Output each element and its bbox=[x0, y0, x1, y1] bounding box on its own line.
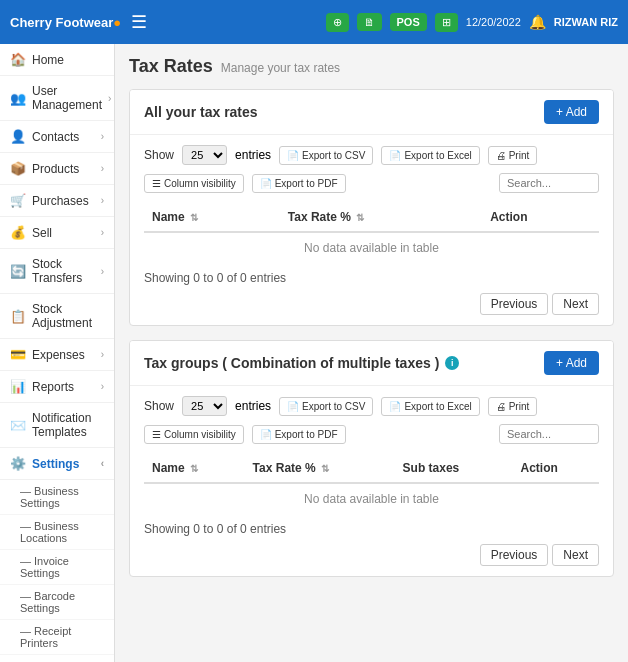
card-body-1: Show 25 50 100 entries 📄 Export to CSV 📄… bbox=[130, 135, 613, 325]
brand-name: Cherry Footwear● bbox=[10, 15, 121, 30]
sidebar-item-settings[interactable]: ⚙️ Settings ‹ bbox=[0, 448, 114, 480]
search-input-2[interactable] bbox=[499, 424, 599, 444]
column-visibility-button-1[interactable]: ☰ Column visibility bbox=[144, 174, 244, 193]
chevron-down-icon: ‹ bbox=[101, 458, 104, 469]
add-tax-group-button[interactable]: + Add bbox=[544, 351, 599, 375]
navbar-right: ⊕ 🗎 POS ⊞ 12/20/2022 🔔 RIZWAN RIZ bbox=[326, 13, 618, 32]
contacts-icon: 👤 bbox=[10, 129, 26, 144]
info-icon-2[interactable]: i bbox=[445, 356, 459, 370]
no-data-text-1: No data available in table bbox=[144, 232, 599, 263]
home-icon: 🏠 bbox=[10, 52, 26, 67]
navbar-left: Cherry Footwear● ☰ bbox=[10, 11, 147, 33]
prev-button-1[interactable]: Previous bbox=[480, 293, 549, 315]
layout: 🏠 Home 👥 User Management › 👤 Contacts › … bbox=[0, 44, 628, 662]
expenses-icon: 💳 bbox=[10, 347, 26, 362]
show-label-1: Show bbox=[144, 148, 174, 162]
sidebar-label-notification: Notification Templates bbox=[32, 411, 104, 439]
nav-user: RIZWAN RIZ bbox=[554, 16, 618, 28]
sell-icon: 💰 bbox=[10, 225, 26, 240]
pos-btn[interactable]: POS bbox=[390, 13, 427, 31]
sidebar: 🏠 Home 👥 User Management › 👤 Contacts › … bbox=[0, 44, 115, 662]
search-input-1[interactable] bbox=[499, 173, 599, 193]
csv-icon-1: 📄 bbox=[287, 150, 299, 161]
pdf-icon-2: 📄 bbox=[260, 429, 272, 440]
col-action-1: Action bbox=[482, 203, 599, 232]
stock-transfers-icon: 🔄 bbox=[10, 264, 26, 279]
bell-icon[interactable]: 🔔 bbox=[529, 14, 546, 30]
hamburger-icon[interactable]: ☰ bbox=[131, 11, 147, 33]
no-data-text-2: No data available in table bbox=[144, 483, 599, 514]
chevron-right-icon: › bbox=[101, 163, 104, 174]
doc-btn[interactable]: 🗎 bbox=[357, 13, 382, 31]
sidebar-item-receipt-printers[interactable]: — Receipt Printers bbox=[0, 620, 114, 655]
sidebar-label-contacts: Contacts bbox=[32, 130, 79, 144]
print-label-1: Print bbox=[509, 150, 530, 161]
prev-button-2[interactable]: Previous bbox=[480, 544, 549, 566]
column-visibility-button-2[interactable]: ☰ Column visibility bbox=[144, 425, 244, 444]
entries-select-1[interactable]: 25 50 100 bbox=[182, 145, 227, 165]
export-excel-button-2[interactable]: 📄 Export to Excel bbox=[381, 397, 479, 416]
export-csv-label-2: Export to CSV bbox=[302, 401, 365, 412]
sidebar-item-sell[interactable]: 💰 Sell › bbox=[0, 217, 114, 249]
sidebar-item-contacts[interactable]: 👤 Contacts › bbox=[0, 121, 114, 153]
sidebar-item-user-management[interactable]: 👥 User Management › bbox=[0, 76, 114, 121]
all-tax-rates-card: All your tax rates + Add Show 25 50 100 … bbox=[129, 89, 614, 326]
doc-icon: 🗎 bbox=[364, 16, 375, 28]
sidebar-item-stock-adjustment[interactable]: 📋 Stock Adjustment bbox=[0, 294, 114, 339]
sidebar-item-home[interactable]: 🏠 Home bbox=[0, 44, 114, 76]
user-management-icon: 👥 bbox=[10, 91, 26, 106]
location-btn[interactable]: ⊕ bbox=[326, 13, 349, 32]
nav-date: 12/20/2022 bbox=[466, 16, 521, 28]
print-button-1[interactable]: 🖨 Print bbox=[488, 146, 538, 165]
export-pdf-button-1[interactable]: 📄 Export to PDF bbox=[252, 174, 346, 193]
next-button-1[interactable]: Next bbox=[552, 293, 599, 315]
sidebar-sub-label-receipt-printers: — Receipt Printers bbox=[20, 625, 71, 649]
sidebar-item-notification-templates[interactable]: ✉️ Notification Templates bbox=[0, 403, 114, 448]
table-controls-2: Show 25 50 100 entries 📄 Export to CSV 📄… bbox=[144, 396, 599, 444]
sidebar-label-products: Products bbox=[32, 162, 79, 176]
entries-select-2[interactable]: 25 50 100 bbox=[182, 396, 227, 416]
tax-groups-card: Tax groups ( Combination of multiple tax… bbox=[129, 340, 614, 577]
sidebar-item-reports[interactable]: 📊 Reports › bbox=[0, 371, 114, 403]
col-name-1: Name ⇅ bbox=[144, 203, 280, 232]
chevron-right-icon: › bbox=[101, 266, 104, 277]
col-name-2: Name ⇅ bbox=[144, 454, 245, 483]
sidebar-sub-label-business-locations: — Business Locations bbox=[20, 520, 79, 544]
col-subtaxes: Sub taxes bbox=[395, 454, 513, 483]
sidebar-label-home: Home bbox=[32, 53, 64, 67]
location-icon: ⊕ bbox=[333, 16, 342, 29]
column-icon-2: ☰ bbox=[152, 429, 161, 440]
pos-label: POS bbox=[397, 16, 420, 28]
notification-icon: ✉️ bbox=[10, 418, 26, 433]
export-pdf-button-2[interactable]: 📄 Export to PDF bbox=[252, 425, 346, 444]
col-action-2: Action bbox=[512, 454, 599, 483]
grid-btn[interactable]: ⊞ bbox=[435, 13, 458, 32]
sidebar-item-business-locations[interactable]: — Business Locations bbox=[0, 515, 114, 550]
sidebar-item-purchases[interactable]: 🛒 Purchases › bbox=[0, 185, 114, 217]
sidebar-item-business-settings[interactable]: — Business Settings bbox=[0, 480, 114, 515]
chevron-right-icon: › bbox=[101, 349, 104, 360]
page-header: Tax Rates Manage your tax rates bbox=[129, 56, 614, 77]
export-excel-button-1[interactable]: 📄 Export to Excel bbox=[381, 146, 479, 165]
grid-icon: ⊞ bbox=[442, 16, 451, 29]
products-icon: 📦 bbox=[10, 161, 26, 176]
sidebar-item-barcode-settings[interactable]: — Barcode Settings bbox=[0, 585, 114, 620]
csv-icon-2: 📄 bbox=[287, 401, 299, 412]
pagination-1: Previous Next bbox=[144, 293, 599, 315]
card-body-2: Show 25 50 100 entries 📄 Export to CSV 📄… bbox=[130, 386, 613, 576]
export-csv-button-1[interactable]: 📄 Export to CSV bbox=[279, 146, 373, 165]
sidebar-sub-label-business-settings: — Business Settings bbox=[20, 485, 79, 509]
sidebar-item-products[interactable]: 📦 Products › bbox=[0, 153, 114, 185]
sidebar-item-tax-rates[interactable]: — Tax Rates bbox=[0, 655, 114, 662]
sidebar-item-stock-transfers[interactable]: 🔄 Stock Transfers › bbox=[0, 249, 114, 294]
export-csv-button-2[interactable]: 📄 Export to CSV bbox=[279, 397, 373, 416]
purchases-icon: 🛒 bbox=[10, 193, 26, 208]
chevron-right-icon: › bbox=[101, 227, 104, 238]
print-button-2[interactable]: 🖨 Print bbox=[488, 397, 538, 416]
add-tax-rate-button[interactable]: + Add bbox=[544, 100, 599, 124]
export-excel-label-2: Export to Excel bbox=[404, 401, 471, 412]
show-label-2: Show bbox=[144, 399, 174, 413]
sidebar-item-invoice-settings[interactable]: — Invoice Settings bbox=[0, 550, 114, 585]
next-button-2[interactable]: Next bbox=[552, 544, 599, 566]
sidebar-item-expenses[interactable]: 💳 Expenses › bbox=[0, 339, 114, 371]
